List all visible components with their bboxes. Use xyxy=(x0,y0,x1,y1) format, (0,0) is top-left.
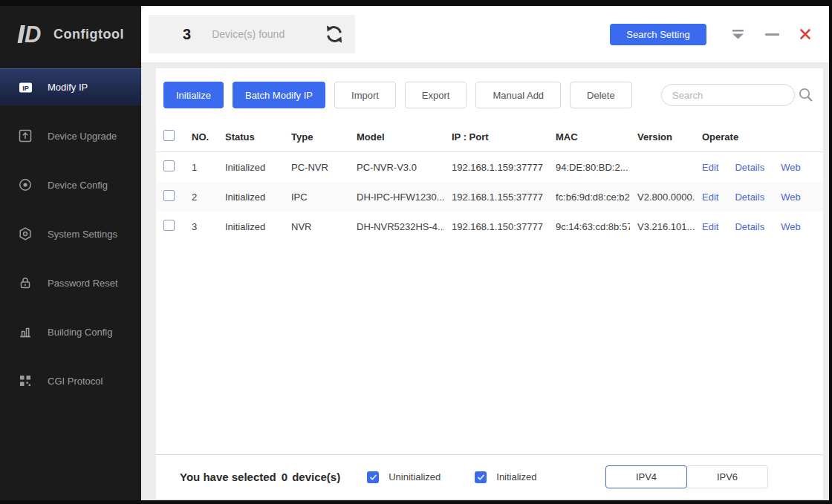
brand-header: D Configtool xyxy=(0,6,141,62)
sidebar-item-label: Password Reset xyxy=(48,278,118,289)
titlebar-controls: Search Setting xyxy=(610,24,829,45)
import-button[interactable]: Import xyxy=(334,82,396,108)
svg-text:IP: IP xyxy=(22,84,29,91)
ip-badge-icon: IP xyxy=(18,82,33,94)
gear-hex-icon xyxy=(18,227,33,240)
sidebar-item-modify-ip[interactable]: IP Modify IP xyxy=(0,68,141,105)
ipv4-button[interactable]: IPV4 xyxy=(605,465,687,488)
web-link[interactable]: Web xyxy=(781,221,801,232)
sidebar-item-device-upgrade[interactable]: Device Upgrade xyxy=(0,111,141,160)
col-operate: Operate xyxy=(695,131,823,143)
row-checkbox[interactable] xyxy=(163,160,175,171)
grid-icon xyxy=(18,374,33,387)
delete-button[interactable]: Delete xyxy=(570,82,632,108)
row-mac: fc:b6:9d:d8:ce:b2 xyxy=(548,192,630,203)
initialized-label: Initialized xyxy=(496,471,536,482)
uninitialized-checkbox[interactable] xyxy=(367,471,379,483)
table-row: 2 Initialized IPC DH-IPC-HFW1230... 192.… xyxy=(156,182,823,212)
filter-initialized: Initialized xyxy=(475,471,536,483)
search-icon[interactable] xyxy=(798,87,814,103)
row-model: DH-IPC-HFW1230... xyxy=(349,192,444,203)
device-count: 3 xyxy=(183,26,191,43)
close-icon[interactable] xyxy=(799,28,811,40)
details-link[interactable]: Details xyxy=(735,192,764,203)
row-type: NVR xyxy=(284,221,349,232)
row-checkbox[interactable] xyxy=(163,220,175,231)
sidebar-item-label: Device Upgrade xyxy=(48,131,117,142)
row-model: PC-NVR-V3.0 xyxy=(349,162,444,173)
sidebar-item-label: CGI Protocol xyxy=(48,376,103,387)
search-area xyxy=(661,84,814,106)
sidebar-item-label: Device Config xyxy=(48,180,108,191)
row-checkbox[interactable] xyxy=(163,190,175,201)
edit-link[interactable]: Edit xyxy=(702,192,718,203)
table-empty-space xyxy=(156,241,823,454)
row-model: DH-NVR5232HS-4... xyxy=(349,221,444,232)
sidebar-item-cgi-protocol[interactable]: CGI Protocol xyxy=(0,356,141,405)
table-row: 1 Initialized PC-NVR PC-NVR-V3.0 192.168… xyxy=(156,152,823,182)
row-no: 3 xyxy=(184,221,218,232)
sidebar-item-password-reset[interactable]: Password Reset xyxy=(0,258,141,307)
row-mac: 94:DE:80:BD:2... xyxy=(548,162,630,173)
row-ip-port: 192.168.1.159:37777 xyxy=(444,162,548,173)
refresh-icon[interactable] xyxy=(324,24,345,44)
titlebar: 3 Device(s) found Search Setting xyxy=(141,6,829,62)
sidebar-item-label: Building Config xyxy=(48,327,112,338)
col-mac: MAC xyxy=(548,131,630,143)
dahua-logo-icon: D xyxy=(13,19,46,49)
web-link[interactable]: Web xyxy=(781,192,801,203)
device-panel: Initialize Batch Modify IP Import Export… xyxy=(156,68,823,499)
filter-uninitialized: Uninitialized xyxy=(367,471,441,483)
batch-modify-ip-button[interactable]: Batch Modify IP xyxy=(233,82,325,108)
export-button[interactable]: Export xyxy=(405,82,467,108)
initialize-button[interactable]: Initialize xyxy=(163,82,224,108)
sidebar-item-label: System Settings xyxy=(48,229,117,240)
device-count-box: 3 Device(s) found xyxy=(149,15,355,53)
upload-square-icon xyxy=(18,129,33,143)
minimize-icon[interactable] xyxy=(765,33,779,36)
device-count-label: Device(s) found xyxy=(212,28,285,40)
panel-footer: You have selected0device(s) Uninitialize… xyxy=(156,454,823,499)
manual-add-button[interactable]: Manual Add xyxy=(475,82,561,108)
app-title: Configtool xyxy=(53,27,124,42)
row-no: 1 xyxy=(184,162,218,173)
details-link[interactable]: Details xyxy=(735,162,764,173)
row-ip-port: 192.168.1.150:37777 xyxy=(444,221,548,232)
search-input[interactable] xyxy=(661,84,795,106)
col-type: Type xyxy=(284,131,349,143)
sidebar-item-system-settings[interactable]: System Settings xyxy=(0,209,141,258)
table-header: NO. Status Type Model IP : Port MAC Vers… xyxy=(156,122,823,152)
sidebar-item-building-config[interactable]: Building Config xyxy=(0,307,141,356)
selection-count: 0 xyxy=(282,471,287,483)
sidebar-item-label: Modify IP xyxy=(48,82,88,93)
row-status: Initialized xyxy=(218,162,284,173)
initialized-checkbox[interactable] xyxy=(475,471,487,483)
edit-link[interactable]: Edit xyxy=(702,221,718,232)
target-circle-icon xyxy=(18,178,33,192)
bar-chart-icon xyxy=(18,325,33,338)
edit-link[interactable]: Edit xyxy=(702,162,718,173)
uninitialized-label: Uninitialized xyxy=(389,471,441,482)
web-link[interactable]: Web xyxy=(781,162,801,173)
row-status: Initialized xyxy=(218,192,284,203)
col-version: Version xyxy=(630,131,695,143)
table-row: 3 Initialized NVR DH-NVR5232HS-4... 192.… xyxy=(156,212,823,241)
search-setting-button[interactable]: Search Setting xyxy=(610,24,706,45)
svg-text:D: D xyxy=(25,22,41,48)
content-area: Initialize Batch Modify IP Import Export… xyxy=(141,62,829,500)
ipv6-button[interactable]: IPV6 xyxy=(686,465,768,488)
main-area: 3 Device(s) found Search Setting xyxy=(141,6,829,500)
row-no: 2 xyxy=(184,192,218,203)
details-link[interactable]: Details xyxy=(735,221,764,232)
sidebar: D Configtool IP Modify IP xyxy=(0,6,141,500)
selection-prefix: You have selected xyxy=(180,471,276,483)
row-version: V2.800.0000... xyxy=(630,192,695,203)
select-all-checkbox[interactable] xyxy=(163,130,175,141)
app-window: D Configtool IP Modify IP xyxy=(0,0,832,504)
row-version: V3.216.101... xyxy=(630,221,695,232)
sidebar-item-device-config[interactable]: Device Config xyxy=(0,160,141,209)
lock-icon xyxy=(18,276,33,289)
row-ip-port: 192.168.1.155:37777 xyxy=(444,192,548,203)
dropdown-triangle-icon[interactable] xyxy=(732,30,744,39)
row-type: PC-NVR xyxy=(284,162,349,173)
